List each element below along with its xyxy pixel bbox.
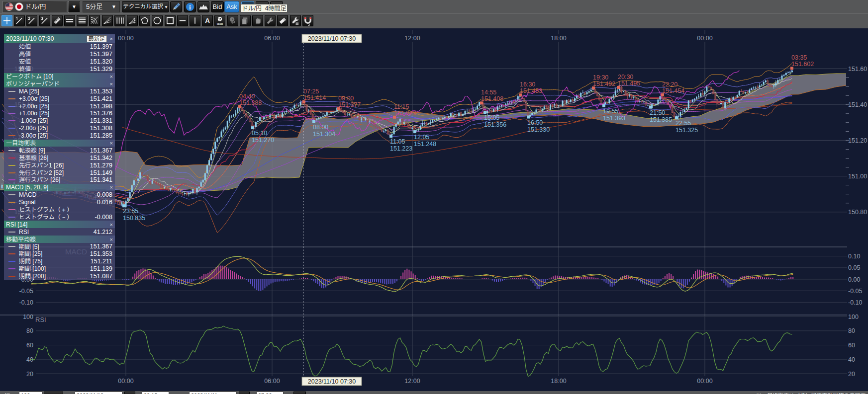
svg-text:151.325: 151.325 (675, 127, 698, 134)
svg-text:151.60: 151.60 (848, 66, 867, 73)
svg-text:22:55: 22:55 (675, 120, 691, 127)
svg-text:12:05: 12:05 (414, 134, 429, 141)
svg-text:08:00: 08:00 (313, 124, 328, 131)
svg-text:151.495: 151.495 (618, 80, 640, 87)
svg-text:04:40: 04:40 (239, 93, 255, 100)
svg-text:151.20: 151.20 (848, 137, 867, 144)
svg-text:03:35: 03:35 (791, 54, 807, 61)
svg-text:12:00: 12:00 (404, 35, 420, 42)
svg-text:151.492: 151.492 (593, 80, 615, 87)
svg-text:60: 60 (26, 342, 33, 349)
svg-text:00:00: 00:00 (118, 378, 133, 385)
svg-text:151.40: 151.40 (848, 101, 867, 108)
svg-text:16:50: 16:50 (527, 119, 543, 126)
svg-text:151.356: 151.356 (484, 121, 506, 128)
svg-text:14:55: 14:55 (481, 89, 496, 96)
svg-text:150.80: 150.80 (848, 209, 867, 216)
svg-text:00:00: 00:00 (118, 35, 133, 42)
svg-text:0.10: 0.10 (848, 253, 860, 260)
svg-text:40: 40 (26, 356, 33, 363)
svg-text:00:00: 00:00 (697, 378, 712, 385)
svg-text:06:00: 06:00 (264, 35, 280, 42)
svg-text:151.223: 151.223 (390, 145, 412, 152)
svg-text:15:05: 15:05 (484, 114, 499, 121)
svg-text:18:00: 18:00 (551, 35, 566, 42)
svg-text:2023/11/10 07:30: 2023/11/10 07:30 (308, 378, 356, 385)
svg-text:A: A (205, 17, 210, 24)
svg-text:60: 60 (848, 342, 855, 349)
svg-text:-0.10: -0.10 (848, 299, 863, 306)
svg-text:11:15: 11:15 (394, 103, 409, 110)
svg-text:151.414: 151.414 (303, 94, 326, 101)
svg-text:151.377: 151.377 (338, 101, 361, 108)
svg-text:-0.05: -0.05 (19, 288, 34, 295)
svg-text:-0.10: -0.10 (19, 299, 34, 306)
svg-text:19:30: 19:30 (593, 74, 608, 81)
svg-text:80: 80 (26, 327, 33, 334)
svg-text:150.835: 150.835 (123, 215, 145, 222)
svg-text:151.248: 151.248 (414, 141, 436, 148)
svg-text:151.453: 151.453 (520, 87, 542, 94)
svg-text:07:25: 07:25 (303, 88, 319, 95)
svg-text:151.270: 151.270 (252, 137, 274, 144)
svg-text:09:00: 09:00 (338, 95, 354, 102)
svg-text:151.329: 151.329 (394, 110, 416, 117)
svg-text:0.05: 0.05 (848, 264, 860, 271)
svg-text:151.00: 151.00 (848, 173, 867, 180)
svg-text:40: 40 (848, 356, 855, 363)
svg-text:0.00: 0.00 (848, 276, 860, 283)
svg-text:151.388: 151.388 (239, 99, 262, 106)
svg-text:18:00: 18:00 (551, 378, 566, 385)
svg-text:151.454: 151.454 (662, 87, 684, 94)
svg-text:151.385: 151.385 (650, 116, 672, 123)
svg-text:100: 100 (23, 314, 33, 320)
svg-text:12:00: 12:00 (404, 378, 420, 385)
svg-text:icon: icon (217, 22, 223, 25)
svg-text:151.408: 151.408 (481, 95, 503, 102)
svg-text:151.304: 151.304 (313, 131, 335, 138)
svg-text:-0.05: -0.05 (848, 288, 863, 295)
svg-text:06:00: 06:00 (264, 378, 280, 385)
svg-text:20: 20 (26, 371, 33, 378)
svg-text:151.393: 151.393 (603, 115, 625, 122)
svg-text:151.330: 151.330 (527, 126, 550, 133)
svg-text:100: 100 (848, 314, 859, 320)
svg-text:23:55: 23:55 (123, 208, 138, 215)
svg-text:16:30: 16:30 (520, 81, 535, 88)
svg-text:22:20: 22:20 (662, 81, 677, 88)
svg-text:RSI: RSI (35, 316, 46, 323)
svg-text:20: 20 (848, 371, 855, 378)
svg-text:19:55: 19:55 (603, 108, 618, 115)
svg-text:20:30: 20:30 (618, 74, 633, 80)
svg-text:80: 80 (848, 327, 855, 334)
svg-text:151.602: 151.602 (791, 61, 814, 68)
svg-text:05:10: 05:10 (252, 130, 267, 137)
svg-text:2023/11/10 07:30: 2023/11/10 07:30 (308, 35, 356, 42)
svg-text:21:50: 21:50 (650, 109, 665, 116)
svg-text:00:00: 00:00 (697, 35, 712, 42)
svg-text:11:05: 11:05 (390, 138, 405, 145)
